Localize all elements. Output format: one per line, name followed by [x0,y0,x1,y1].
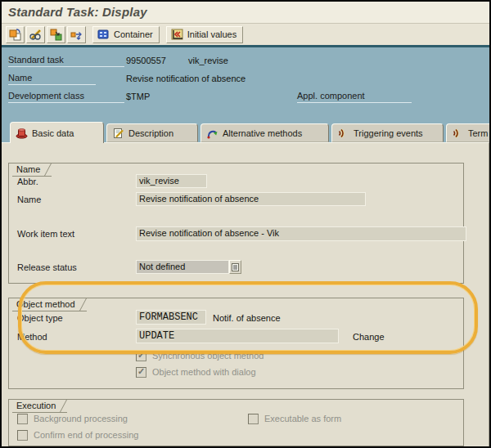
synchronous-object-method-checkbox[interactable] [136,351,146,361]
header-name-value: Revise notification of absence [126,74,246,83]
confirm-end-of-processing-checkbox[interactable] [17,430,28,441]
synchronous-object-method-label: Synchronous object method [152,351,264,361]
execution-group-box: Execution Background processing Executab… [8,399,464,446]
container-icon [97,29,110,41]
tab-triggering-events-label: Triggering events [354,128,423,138]
work-item-text-label: Work item text [17,229,74,239]
other-object-button[interactable] [6,26,25,43]
method-label: Method [17,332,47,342]
development-class-label: Development class [8,91,124,103]
background-processing-checkbox[interactable] [17,414,28,424]
name-group-box: Name Abbr. vik_revise Name Revise notifi… [8,163,464,284]
object-type-description: Notif. of absence [213,313,281,323]
work-item-text-field[interactable]: Revise notification of absence - Vik [136,226,466,241]
method-description: Change [353,332,385,342]
tab-description[interactable]: Description [106,123,198,142]
release-status-dropdown[interactable]: Not defined [136,260,229,274]
appl-component-label: Appl. component [297,91,412,103]
release-status-dropdown-button[interactable] [229,260,241,274]
event-waves-icon [337,128,349,139]
tab-basic-data-label: Basic data [32,128,74,138]
object-method-with-dialog-label: Object method with dialog [152,367,256,377]
where-used-button[interactable] [67,26,86,43]
container-button[interactable]: Container [92,26,160,43]
tab-terminating-events-label: Term [468,128,488,138]
standard-task-abbr: vik_revise [188,56,228,65]
standard-task-number: 99500557 [126,56,166,65]
copy-object-button[interactable] [47,26,65,43]
name-label: Name [17,195,41,204]
development-class-value: $TMP [126,92,150,101]
other-object-icon [8,28,22,42]
application-toolbar: Container Initial values [2,24,489,45]
page-title: Standard Task: Display [8,5,147,19]
executable-as-form-label: Executable as form [264,414,341,423]
tab-basic-data[interactable]: Basic data [10,122,104,143]
object-type-label: Object type [17,313,63,323]
initial-values-button[interactable]: Initial values [166,26,244,43]
header-name-label: Name [8,73,96,85]
tab-triggering-events[interactable]: Triggering events [331,123,444,142]
method-field[interactable]: UPDATE [136,329,339,343]
object-method-group-title: Object method [12,298,87,311]
dropdown-list-icon [232,263,239,271]
object-method-with-dialog-checkbox[interactable] [136,367,146,378]
name-group-title: Name [12,163,52,177]
description-note-icon [112,128,124,139]
execution-group-title: Execution [12,399,67,413]
container-button-label: Container [114,29,153,39]
object-type-field[interactable]: FORMABSENC [136,310,206,325]
background-processing-label: Background processing [34,414,128,423]
initial-values-icon [170,28,184,41]
executable-as-form-checkbox[interactable] [248,414,259,424]
display-change-button[interactable] [26,26,45,43]
abbr-label: Abbr. [17,177,38,186]
where-used-icon [70,28,83,42]
name-field[interactable]: Revise notification of absence [136,192,366,206]
tab-description-label: Description [128,128,173,138]
display-change-pencil-icon [29,28,43,42]
alternative-methods-arrow-icon [206,128,218,139]
sap-standard-task-window: Standard Task: Display [0,0,491,448]
abbr-field[interactable]: vik_revise [136,174,207,188]
standard-task-label: Standard task [8,55,124,67]
tab-alternative-methods-label: Alternative methods [223,128,302,138]
confirm-end-of-processing-label: Confirm end of processing [34,430,138,440]
basic-data-hat-icon [16,128,28,139]
object-method-group-box: Object method Object type FORMABSENC Not… [8,298,464,389]
tab-alternative-methods[interactable]: Alternative methods [200,123,329,142]
tab-terminating-events[interactable]: Term [446,123,491,142]
initial-values-button-label: Initial values [187,29,237,39]
release-status-label: Release status [17,262,77,272]
title-bar: Standard Task: Display [2,2,489,24]
event-waves-icon [452,128,464,139]
copy-object-icon [49,28,63,42]
